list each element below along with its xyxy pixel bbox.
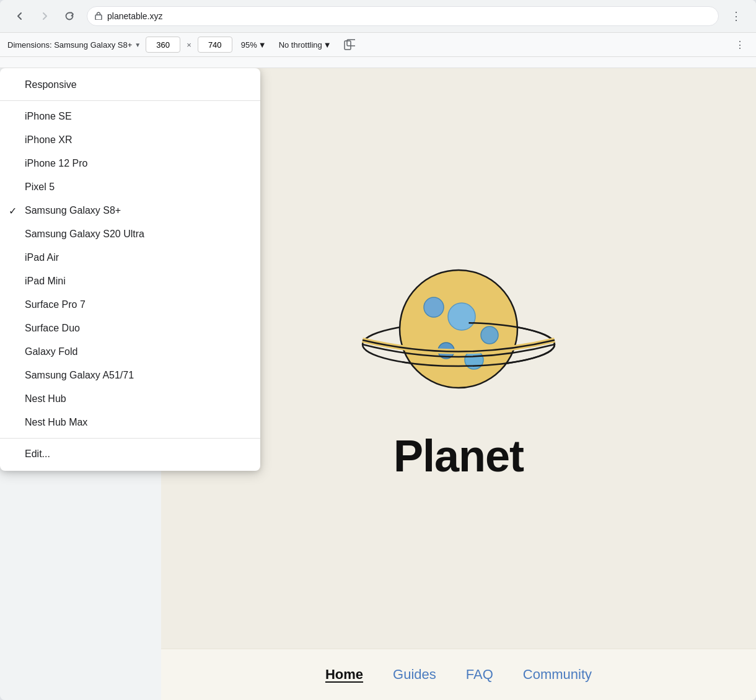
ruler-bar [0,57,756,68]
devtools-more-button[interactable]: ⋮ [731,36,749,53]
dropdown-item-samsung-s8-plus[interactable]: Samsung Galaxy S8+ [0,199,260,222]
nav-home[interactable]: Home [325,667,363,683]
address-text: planetable.xyz [107,11,711,21]
dropdown-item-samsung-a51-71[interactable]: Samsung Galaxy A51/71 [0,364,260,387]
throttle-arrow: ▼ [323,40,332,50]
dimension-separator: × [185,40,193,50]
dimensions-label-text: Dimensions: Samsung Galaxy S8+ [7,40,132,50]
dropdown-label-surface-pro-7: Surface Pro 7 [25,299,86,310]
dropdown-label-galaxy-fold: Galaxy Fold [25,346,77,357]
back-button[interactable] [10,6,30,26]
nav-community[interactable]: Community [523,667,592,683]
dropdown-label-surface-duo: Surface Duo [25,323,80,334]
dropdown-divider-2 [0,438,260,439]
device-dropdown-menu: Responsive iPhone SE iPhone XR iPhone 12… [0,68,260,471]
svg-rect-0 [95,15,102,20]
dropdown-label-nest-hub-max: Nest Hub Max [25,417,87,428]
svg-point-5 [424,297,444,317]
dropdown-label-responsive: Responsive [25,79,77,90]
dropdown-item-surface-pro-7[interactable]: Surface Pro 7 [0,293,260,317]
nav-guides[interactable]: Guides [393,667,436,683]
nav-buttons [10,6,79,26]
dropdown-item-samsung-s20-ultra[interactable]: Samsung Galaxy S20 Ultra [0,222,260,246]
dropdown-label-pixel-5: Pixel 5 [25,182,55,193]
dropdown-item-iphone-12-pro[interactable]: iPhone 12 Pro [0,152,260,175]
dropdown-divider-1 [0,100,260,101]
dropdown-label-iphone-12-pro: iPhone 12 Pro [25,158,87,169]
width-input[interactable] [146,37,180,53]
planet-illustration [359,236,558,412]
throttle-value: No throttling [279,40,322,50]
dimensions-dropdown-arrow: ▼ [134,42,141,48]
zoom-arrow: ▼ [258,40,266,50]
dropdown-label-nest-hub: Nest Hub [25,393,66,405]
dropdown-item-ipad-air[interactable]: iPad Air [0,246,260,269]
nav-faq[interactable]: FAQ [466,667,493,683]
height-input[interactable] [198,37,232,53]
dropdown-label-ipad-mini: iPad Mini [25,276,66,287]
dropdown-label-edit: Edit... [25,448,50,460]
dropdown-item-galaxy-fold[interactable]: Galaxy Fold [0,340,260,364]
browser-window: planetable.xyz ⋮ Dimensions: Samsung Gal… [0,0,756,700]
main-area: Planet Home Guides FAQ Community Respons… [0,68,756,700]
zoom-value: 95% [241,40,257,50]
forward-button[interactable] [35,6,55,26]
refresh-button[interactable] [59,6,79,26]
website-nav: Home Guides FAQ Community [161,649,756,700]
title-bar: planetable.xyz ⋮ [0,0,756,32]
dropdown-item-surface-duo[interactable]: Surface Duo [0,317,260,340]
lock-icon [95,11,102,22]
dropdown-label-ipad-air: iPad Air [25,252,59,263]
website-title: Planet [393,431,524,481]
dropdown-label-samsung-s8-plus: Samsung Galaxy S8+ [25,205,121,216]
dropdown-item-responsive[interactable]: Responsive [0,73,260,97]
dimensions-selector[interactable]: Dimensions: Samsung Galaxy S8+ ▼ [7,40,141,50]
dropdown-item-pixel-5[interactable]: Pixel 5 [0,175,260,199]
dropdown-item-edit[interactable]: Edit... [0,442,260,466]
dropdown-label-iphone-xr: iPhone XR [25,134,73,146]
address-bar[interactable]: planetable.xyz [87,6,719,26]
dropdown-item-nest-hub-max[interactable]: Nest Hub Max [0,411,260,434]
dropdown-label-iphone-se: iPhone SE [25,111,72,122]
dropdown-item-iphone-se[interactable]: iPhone SE [0,105,260,128]
dropdown-label-samsung-a51-71: Samsung Galaxy A51/71 [25,370,134,381]
dropdown-item-ipad-mini[interactable]: iPad Mini [0,269,260,293]
zoom-selector[interactable]: 95% ▼ [237,38,270,52]
dropdown-item-nest-hub[interactable]: Nest Hub [0,387,260,411]
svg-point-6 [448,303,475,330]
browser-menu-button[interactable]: ⋮ [726,6,746,26]
svg-point-7 [481,326,498,344]
rotate-button[interactable] [340,36,358,53]
dropdown-item-iphone-xr[interactable]: iPhone XR [0,128,260,152]
devtools-toolbar: Dimensions: Samsung Galaxy S8+ ▼ × 95% ▼… [0,32,756,57]
throttle-selector[interactable]: No throttling ▼ [275,38,335,52]
dropdown-label-samsung-s20-ultra: Samsung Galaxy S20 Ultra [25,229,144,240]
svg-rect-1 [345,41,351,50]
